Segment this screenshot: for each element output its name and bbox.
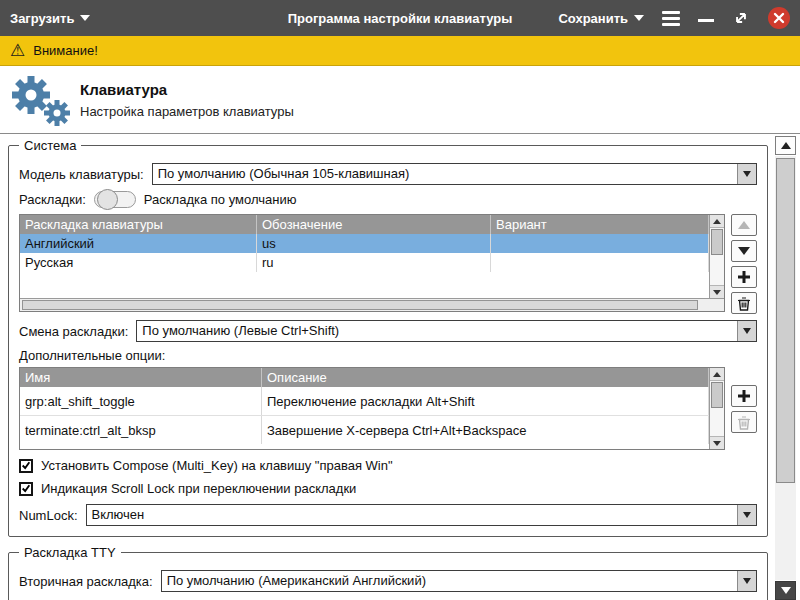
maximize-button[interactable] [732,9,750,27]
tty-legend: Раскладка TTY [19,545,121,560]
content-area: Система Модель клавиатуры: По умолчанию … [0,134,772,600]
table-horizontal-scrollbar[interactable] [20,298,724,311]
compose-checkbox-label: Установить Compose (Multi_Key) на клавиш… [41,458,393,473]
load-button[interactable]: Загрузить [10,11,90,26]
tty-fieldset: Раскладка TTY Вторичная раскладка: По ум… [8,545,768,600]
options-table-header: Имя Описание [20,368,709,387]
model-label: Модель клавиатуры: [19,167,144,182]
cell-name: terminate:ctrl_alt_bksp [20,416,262,444]
expand-icon [732,9,750,27]
table-vertical-scrollbar[interactable] [709,215,724,298]
cell-description: Переключение раскладки Alt+Shift [262,387,709,415]
column-header[interactable]: Вариант [491,215,709,234]
scroll-thumb[interactable] [776,158,795,483]
layouts-toggle-label: Раскладка по умолчанию [144,192,297,207]
numlock-label: NumLock: [19,508,78,523]
dropdown-arrow-button[interactable] [737,571,756,591]
layout-switch-select[interactable]: По умолчанию (Левые Ctrl+Shift) [136,320,757,342]
toggle-knob-icon [97,189,118,210]
dropdown-arrow-button[interactable] [737,321,756,341]
secondary-layout-select[interactable]: По умолчанию (Американский Английский) [161,570,757,592]
warning-icon: ⚠ [10,42,25,59]
minimize-button[interactable] [698,19,714,22]
table-row[interactable]: Русская ru [20,253,709,272]
plus-icon [737,270,751,284]
triangle-up-icon [781,142,791,149]
numlock-value: Включен [87,505,737,525]
chevron-down-icon [743,578,751,584]
secondary-layout-value: По умолчанию (Американский Английский) [162,571,737,591]
chevron-down-icon [80,15,90,21]
layouts-table: Раскладка клавиатуры Обозначение Вариант… [19,214,725,312]
system-legend: Система [19,138,81,153]
page-title: Клавиатура [80,81,294,98]
app-header: Клавиатура Настройка параметров клавиату… [0,67,800,134]
triangle-down-icon [713,441,721,446]
close-button[interactable] [768,7,790,29]
titlebar: Загрузить Программа настройки клавиатуры… [0,0,800,36]
layouts-label: Раскладки: [19,192,86,207]
warning-text: Внимание! [33,43,98,58]
compose-checkbox[interactable]: Установить Compose (Multi_Key) на клавиш… [19,458,757,473]
table-row[interactable]: Английский us [20,234,709,253]
scroll-up-button[interactable] [775,136,796,155]
keyboard-model-value: По умолчанию (Обычная 105-клавишная) [153,164,737,184]
column-header[interactable]: Имя [20,368,262,387]
cell-description: Завершение X-сервера Ctrl+Alt+Backspace [262,416,709,444]
cell-code: us [257,234,491,253]
scroll-thumb[interactable] [711,382,723,408]
system-fieldset: Система Модель клавиатуры: По умолчанию … [8,138,768,537]
cell-variant [491,253,709,272]
scrolllock-checkbox[interactable]: Индикация Scroll Lock при переключении р… [19,481,757,496]
save-button-label: Сохранить [558,11,628,26]
delete-option-button[interactable] [731,411,757,433]
load-button-label: Загрузить [10,11,74,26]
scroll-down-button[interactable] [710,436,724,449]
options-table: Имя Описание grp:alt_shift_toggle Перекл… [19,367,725,450]
checkbox-icon [19,482,33,496]
chevron-down-icon [743,171,751,177]
save-button[interactable]: Сохранить [558,11,644,26]
scroll-up-button[interactable] [710,368,724,381]
scroll-down-button[interactable] [710,285,724,298]
dropdown-arrow-button[interactable] [737,164,756,184]
scroll-thumb[interactable] [22,300,698,310]
cell-variant [491,234,709,253]
column-header[interactable]: Описание [262,368,709,387]
main-scrollbar[interactable] [775,136,796,600]
triangle-up-icon [713,372,721,377]
dropdown-arrow-button[interactable] [737,505,756,525]
cell-name: grp:alt_shift_toggle [20,387,262,415]
column-header[interactable]: Обозначение [257,215,491,234]
add-layout-button[interactable] [731,266,757,288]
cell-layout: Русская [20,253,257,272]
keyboard-model-select[interactable]: По умолчанию (Обычная 105-клавишная) [152,163,757,185]
chevron-down-icon [743,328,751,334]
switch-label: Смена раскладки: [19,324,128,339]
scroll-up-button[interactable] [710,215,724,228]
default-layout-toggle[interactable] [94,191,136,208]
triangle-up-icon [713,219,721,224]
delete-layout-button[interactable] [731,292,757,314]
layouts-table-header: Раскладка клавиатуры Обозначение Вариант [20,215,709,234]
warning-bar: ⚠ Внимание! [0,36,800,66]
trash-icon [737,415,751,430]
column-header[interactable]: Раскладка клавиатуры [20,215,257,234]
arrow-up-icon [738,221,750,229]
triangle-down-icon [713,290,721,295]
gears-icon [0,71,80,129]
scrolllock-checkbox-label: Индикация Scroll Lock при переключении р… [41,481,356,496]
scroll-thumb[interactable] [711,229,723,255]
table-row[interactable]: grp:alt_shift_toggle Переключение раскла… [20,387,709,415]
menu-button[interactable] [662,11,680,26]
add-option-button[interactable] [731,385,757,407]
move-up-button[interactable] [731,214,757,236]
numlock-select[interactable]: Включен [86,504,757,526]
hamburger-icon [662,11,680,14]
table-row[interactable]: terminate:ctrl_alt_bksp Завершение X-сер… [20,415,709,444]
layout-switch-value: По умолчанию (Левые Ctrl+Shift) [137,321,737,341]
cell-layout: Английский [20,234,257,253]
scroll-down-button[interactable] [775,581,796,600]
move-down-button[interactable] [731,240,757,262]
table-vertical-scrollbar[interactable] [709,368,724,449]
